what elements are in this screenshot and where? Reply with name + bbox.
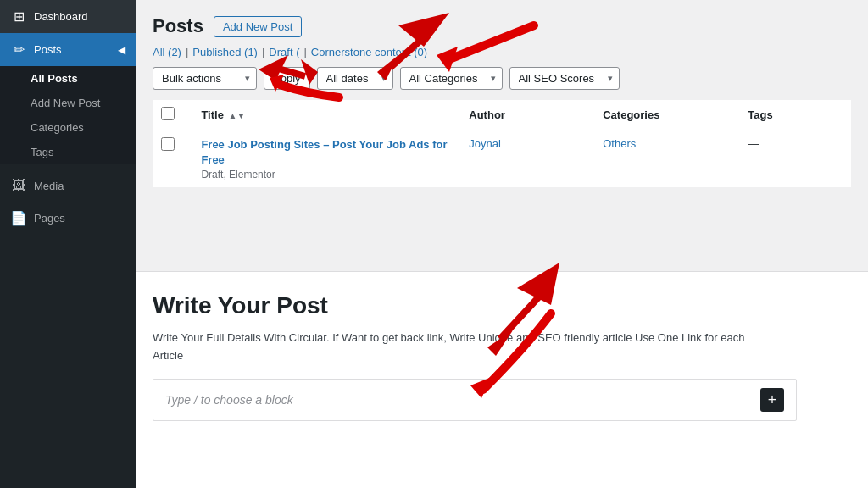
posts-submenu: All Posts Add New Post Categories Tags [0,66,136,164]
block-placeholder: Type / to choose a block [165,393,293,407]
post-title-link[interactable]: Free Job Posting Sites – Post Your Job A… [201,138,447,166]
page-title: Posts [153,15,203,37]
post-author-link[interactable]: Joynal [469,137,501,150]
filter-bar: Bulk actions Edit Move to Trash ▾ Apply … [153,67,851,90]
row-checkbox[interactable] [161,137,175,151]
block-input-area[interactable]: Type / to choose a block + [153,379,797,421]
checkbox-header [153,100,192,130]
bulk-actions-dropdown-wrap: Bulk actions Edit Move to Trash ▾ [153,67,257,90]
seo-scores-dropdown-wrap: All SEO Scores Good OK Bad ▾ [509,67,620,90]
title-column-header[interactable]: Title ▲▼ [192,100,460,130]
add-block-button[interactable]: + [760,388,784,412]
table-row: Free Job Posting Sites – Post Your Job A… [153,130,851,188]
submenu-all-posts[interactable]: All Posts [0,66,136,91]
sidebar-item-dashboard[interactable]: ⊞ Dashboard [0,0,136,33]
pages-icon: 📄 [10,210,27,226]
posts-icon: ✏ [10,42,27,58]
post-title-cell: Free Job Posting Sites – Post Your Job A… [192,130,460,188]
categories-dropdown-wrap: All Categories Others ▾ [400,67,503,90]
seo-scores-select[interactable]: All SEO Scores Good OK Bad [509,67,620,90]
sidebar-item-media-label: Media [34,180,64,192]
posts-area: Posts Add New Post All (2) | Published (… [136,0,868,271]
posts-arrow: ◀ [118,44,125,56]
submenu-tags[interactable]: Tags [0,140,136,164]
sidebar-item-posts[interactable]: ✏ Posts ◀ [0,33,136,66]
dashboard-icon: ⊞ [10,8,27,25]
post-category-link[interactable]: Others [603,137,636,150]
categories-select[interactable]: All Categories Others [400,67,503,90]
dates-dropdown-wrap: All dates 2024 2023 ▾ [317,67,393,90]
submenu-add-new[interactable]: Add New Post [0,91,136,115]
main-content: Posts Add New Post All (2) | Published (… [136,0,868,488]
sidebar-item-dashboard-label: Dashboard [34,10,88,23]
filter-published-link[interactable]: Published (1) [192,46,258,58]
filter-all-link[interactable]: All (2) [153,46,181,58]
sidebar-item-media[interactable]: 🖼 Media [0,169,136,202]
sidebar-item-pages[interactable]: 📄 Pages [0,202,136,235]
tags-column-header: Tags [739,100,851,130]
sidebar-item-posts-label: Posts [34,43,62,56]
sidebar: ⊞ Dashboard ✏ Posts ◀ All Posts Add New … [0,0,136,488]
row-checkbox-cell [153,130,192,188]
post-category-cell: Others [594,130,739,188]
filter-links: All (2) | Published (1) | Draft ( | Corn… [153,46,851,58]
post-tags-cell: — [739,130,851,188]
filter-draft-link[interactable]: Draft ( [269,46,299,58]
apply-button[interactable]: Apply [264,67,310,90]
posts-header: Posts Add New Post [153,15,851,37]
filter-cornerstone-link[interactable]: Cornerstone content (0) [311,46,427,58]
select-all-checkbox[interactable] [161,107,175,120]
table-body: Free Job Posting Sites – Post Your Job A… [153,130,851,188]
dates-select[interactable]: All dates 2024 2023 [317,67,393,90]
write-title: Write Your Post [153,292,851,319]
post-author-cell: Joynal [460,130,594,188]
sidebar-item-pages-label: Pages [34,212,65,225]
write-section: Write Your Post Write Your Full Details … [136,271,868,435]
submenu-categories[interactable]: Categories [0,115,136,140]
post-status: Draft, Elementor [201,169,275,180]
title-sort-icon: ▲▼ [229,111,246,120]
write-description: Write Your Full Details With Circular. I… [153,330,746,365]
add-new-post-button[interactable]: Add New Post [214,16,302,37]
bulk-actions-select[interactable]: Bulk actions Edit Move to Trash [153,67,257,90]
categories-column-header: Categories [594,100,739,130]
posts-table: Title ▲▼ Author Categories Tags Free Job… [153,100,851,188]
media-icon: 🖼 [10,178,27,193]
table-header: Title ▲▼ Author Categories Tags [153,100,851,130]
author-column-header: Author [460,100,594,130]
